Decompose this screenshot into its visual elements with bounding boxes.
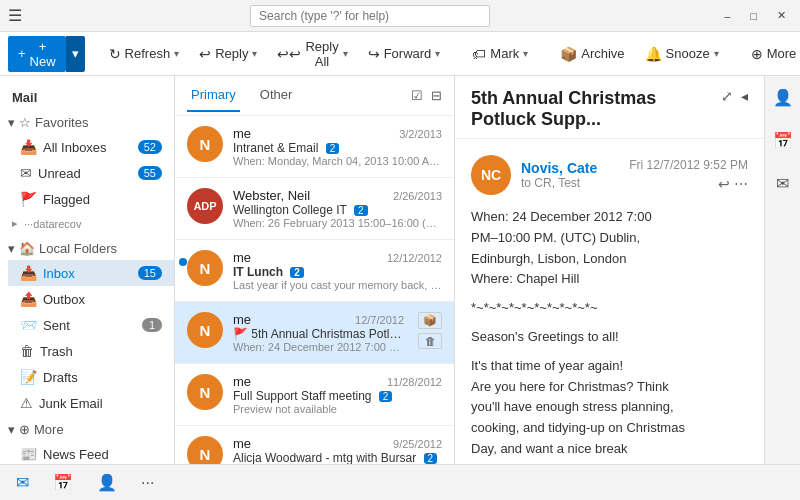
email-item[interactable]: N me 12/7/2012 🚩 5th Annual Christmas Po… (175, 302, 454, 364)
inbox-icon: 📥 (20, 139, 37, 155)
close-button[interactable]: ✕ (771, 9, 792, 22)
favorites-group[interactable]: ▾ ☆ Favorites (0, 109, 174, 134)
more-folder-icon: ⊕ (19, 422, 30, 437)
minimize-button[interactable]: – (718, 10, 736, 22)
reply-all-button[interactable]: ↩↩ Reply All ▾ (269, 36, 355, 72)
email-content: me 9/25/2012 Alicja Woodward - mtg with … (233, 436, 442, 464)
reading-pane-body: NC Novis, Cate to CR, Test Fri 12/7/2012… (455, 139, 764, 464)
email-top: me 11/28/2012 (233, 374, 442, 389)
all-inboxes-badge: 52 (138, 140, 162, 154)
reply-quick-icon[interactable]: ↩ (718, 176, 730, 192)
refresh-chevron-icon: ▾ (174, 48, 179, 59)
nav-people-icon[interactable]: 👤 (89, 469, 125, 496)
tab-other[interactable]: Other (256, 79, 297, 112)
right-sidebar: 👤 📅 ✉ (764, 76, 800, 464)
email-subject: Wellington College IT 2 (233, 203, 442, 217)
nav-calendar-icon[interactable]: 📅 (45, 469, 81, 496)
new-label: + New (30, 39, 56, 69)
chevron-down-icon: ▾ (72, 46, 79, 61)
reply-label: Reply (215, 46, 248, 61)
select-all-icon[interactable]: ☑ (411, 88, 423, 103)
new-dropdown-button[interactable]: ▾ (66, 36, 85, 72)
reply-button[interactable]: ↩ Reply ▾ (191, 36, 265, 72)
email-sender: me (233, 436, 251, 451)
tab-primary[interactable]: Primary (187, 79, 240, 112)
email-content: me 12/7/2012 🚩 5th Annual Christmas Potl… (233, 312, 404, 353)
chevron-down-icon: ▾ (8, 422, 15, 437)
star-icon: ☆ (19, 115, 31, 130)
tasks-sidebar-icon[interactable]: ✉ (772, 170, 793, 197)
main-layout: Mail ▾ ☆ Favorites 📥 All Inboxes 52 ✉ Un… (0, 76, 800, 464)
hamburger-icon[interactable]: ☰ (8, 6, 22, 25)
snooze-button[interactable]: 🔔 Snooze ▾ (637, 36, 727, 72)
sender-details: Novis, Cate to CR, Test (521, 160, 619, 190)
more-button[interactable]: ⊕ More ▾ (743, 36, 800, 72)
more-group[interactable]: ▾ ⊕ More (0, 416, 174, 441)
sidebar-item-flagged[interactable]: 🚩 Flagged (8, 186, 174, 212)
refresh-button[interactable]: ↻ Refresh ▾ (101, 36, 188, 72)
sender-avatar: NC (471, 155, 511, 195)
favorites-items: 📥 All Inboxes 52 ✉ Unread 55 🚩 Flagged (0, 134, 174, 212)
mark-button[interactable]: 🏷 Mark ▾ (464, 36, 536, 72)
sidebar-item-outbox[interactable]: 📤 Outbox (8, 286, 174, 312)
email-top: me 12/7/2012 (233, 312, 404, 327)
email-top: me 9/25/2012 (233, 436, 442, 451)
reply-all-label: Reply All (305, 39, 338, 69)
nav-mail-icon[interactable]: ✉ (8, 469, 37, 496)
email-date-time: Fri 12/7/2012 9:52 PM (629, 158, 748, 172)
bottom-nav: ✉ 📅 👤 ··· (0, 464, 800, 500)
forward-label: Forward (384, 46, 432, 61)
archive-button[interactable]: 📦 Archive (552, 36, 632, 72)
local-folders-group[interactable]: ▾ 🏠 Local Folders (0, 235, 174, 260)
email-item[interactable]: N me 9/25/2012 Alicja Woodward - mtg wit… (175, 426, 454, 464)
sidebar-item-unread[interactable]: ✉ Unread 55 (8, 160, 174, 186)
reading-pane-tools: ⤢ ◂ (721, 88, 748, 104)
sender-name[interactable]: Novis, Cate (521, 160, 619, 176)
email-count-badge: 2 (290, 267, 304, 278)
refresh-label: Refresh (125, 46, 171, 61)
email-count-badge: 2 (354, 205, 368, 216)
email-item[interactable]: N me 3/2/2013 Intranet & Email 2 When: M… (175, 116, 454, 178)
email-item[interactable]: N me 12/12/2012 IT Lunch 2 Last year if … (175, 240, 454, 302)
mark-icon: 🏷 (472, 46, 486, 62)
email-item[interactable]: N me 11/28/2012 Full Support Staff meeti… (175, 364, 454, 426)
sidebar-item-all-inboxes[interactable]: 📥 All Inboxes 52 (8, 134, 174, 160)
maximize-button[interactable]: □ (744, 10, 763, 22)
forward-button[interactable]: ↪ Forward ▾ (360, 36, 449, 72)
flagged-label: Flagged (43, 192, 90, 207)
people-sidebar-icon[interactable]: 👤 (769, 84, 797, 111)
drafts-label: Drafts (43, 370, 78, 385)
new-button[interactable]: + + New (8, 36, 66, 72)
avatar: N (187, 250, 223, 286)
inbox-folder-icon: 📥 (20, 265, 37, 281)
calendar-sidebar-icon[interactable]: 📅 (769, 127, 797, 154)
email-content: me 12/12/2012 IT Lunch 2 Last year if yo… (233, 250, 442, 291)
nav-more-icon[interactable]: ··· (133, 470, 162, 496)
email-delete-button[interactable]: 🗑 (418, 333, 442, 349)
popout-icon[interactable]: ⤢ (721, 88, 733, 104)
flag-icon: 🚩 (233, 327, 248, 341)
snooze-label: Snooze (666, 46, 710, 61)
email-item[interactable]: ADP Webster, Neil 2/26/2013 Wellington C… (175, 178, 454, 240)
search-input[interactable] (250, 5, 490, 27)
sidebar-item-newsfeed[interactable]: 📰 News Feed (8, 441, 174, 464)
email-preview: Last year if you cast your memory back, … (233, 279, 442, 291)
refresh-icon: ↻ (109, 46, 121, 62)
drafts-icon: 📝 (20, 369, 37, 385)
sidebar-item-drafts[interactable]: 📝 Drafts (8, 364, 174, 390)
junk-label: Junk Email (39, 396, 103, 411)
email-archive-button[interactable]: 📦 (418, 312, 442, 329)
trash-icon: 🗑 (20, 343, 34, 359)
more-quick-icon[interactable]: ⋯ (734, 176, 748, 192)
mail-title: Mail (0, 84, 174, 109)
sidebar-item-sent[interactable]: 📨 Sent 1 (8, 312, 174, 338)
collapse-icon[interactable]: ◂ (741, 88, 748, 104)
unread-dot (179, 258, 187, 266)
reply-chevron-icon: ▾ (252, 48, 257, 59)
sent-label: Sent (43, 318, 70, 333)
filter-icon[interactable]: ⊟ (431, 88, 442, 103)
sidebar-item-trash[interactable]: 🗑 Trash (8, 338, 174, 364)
sidebar-item-junk[interactable]: ⚠ Junk Email (8, 390, 174, 416)
sidebar-item-inbox[interactable]: 📥 Inbox 15 (8, 260, 174, 286)
sidebar-item-datarecov[interactable]: ▸ ···datarecov (0, 212, 174, 235)
